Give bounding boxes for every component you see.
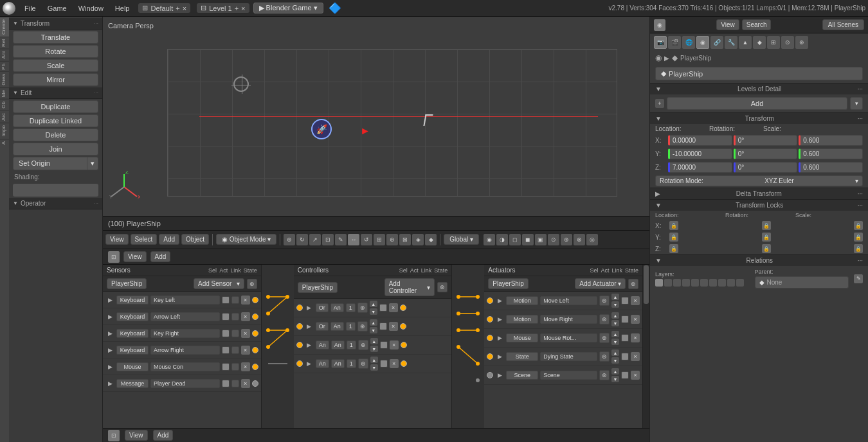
tool-icon-4[interactable]: ⊡ xyxy=(322,234,334,245)
prop-world-icon[interactable]: 🌐 xyxy=(682,36,695,49)
act-x-3[interactable]: × xyxy=(631,352,640,361)
set-origin-button[interactable]: Set Origin xyxy=(13,157,87,170)
layer-btn-9[interactable] xyxy=(736,279,744,287)
ctrl-in-port-2[interactable] xyxy=(296,342,303,348)
lock-scale-x[interactable]: 🔒 xyxy=(854,221,863,230)
controllers-scroll[interactable]: ▶ Or An 1 ⊕ ▲ ▼ × xyxy=(294,299,452,428)
act-icon-1[interactable]: ⊛ xyxy=(599,314,610,324)
sensor-port-0[interactable] xyxy=(252,297,258,303)
logic-editor-icon[interactable]: ⊡ xyxy=(108,251,120,263)
set-origin-dropdown-icon[interactable]: ▾ xyxy=(87,157,98,170)
duplicate-button[interactable]: Duplicate xyxy=(13,100,98,113)
workspace-selector[interactable]: ⊞ Default + × xyxy=(138,3,190,13)
lock-scale-z[interactable]: 🔒 xyxy=(854,244,863,253)
mode-selector[interactable]: ◉ Object Mode ▾ xyxy=(216,234,276,245)
scale-z-field[interactable]: 0.600 xyxy=(799,162,863,173)
select-menu-button[interactable]: Select xyxy=(131,234,158,245)
act-in-port-4[interactable] xyxy=(487,372,493,378)
prop-data-icon[interactable]: ▲ xyxy=(739,36,752,49)
act-check-3[interactable] xyxy=(621,353,629,360)
lod-add-icon[interactable]: + xyxy=(655,99,664,108)
ctrl-up-1[interactable]: ▲ xyxy=(370,319,377,326)
transform-section-options[interactable]: ··· xyxy=(94,21,98,26)
ctrl-down-3[interactable]: ▼ xyxy=(370,364,378,371)
sensor-expand-5[interactable]: ▶ xyxy=(105,380,114,387)
viewport-textured-icon[interactable]: ▣ xyxy=(535,234,547,245)
ctrl-x-0[interactable]: × xyxy=(389,303,398,312)
ctrl-in-port-3[interactable] xyxy=(296,360,303,367)
act-icon-2[interactable]: ⊛ xyxy=(599,333,610,343)
sensors-scroll[interactable]: ▶ Keyboard Key Left × ▶ Keyboard Arrow L… xyxy=(103,292,261,428)
layer-btn-1[interactable] xyxy=(664,279,672,287)
engine-selector[interactable]: ▶ Blender Game ▾ xyxy=(253,3,323,13)
ctrl-out-port-3[interactable] xyxy=(401,360,407,367)
viewport-snap-icon[interactable]: ⊕ xyxy=(561,234,572,245)
object-name-text[interactable]: PlayerShip xyxy=(669,70,857,78)
sensor-check-5[interactable] xyxy=(222,380,230,387)
scale-button[interactable]: Scale xyxy=(13,59,98,72)
act-name-4[interactable]: Scene xyxy=(540,371,597,380)
layer-btn-0[interactable] xyxy=(655,279,663,287)
global-selector[interactable]: Global ▾ xyxy=(444,234,479,245)
sensor-port-3[interactable] xyxy=(252,347,258,353)
rotation-z-field[interactable]: 0° xyxy=(734,162,798,173)
scene-selector[interactable]: ⊟ Level 1 + × xyxy=(197,3,249,13)
layer-btn-2[interactable] xyxy=(673,279,681,287)
ctrl-type1-1[interactable]: Or xyxy=(316,322,329,331)
ctrl-out-port-0[interactable] xyxy=(400,305,406,311)
ctrl-expand-0[interactable]: ▶ xyxy=(305,305,314,311)
ctrl-expand-2[interactable]: ▶ xyxy=(305,342,314,348)
sensor-x-0[interactable]: × xyxy=(241,296,250,305)
sensors-object-selector[interactable]: PlayerShip xyxy=(107,278,147,289)
act-check-4[interactable] xyxy=(621,371,629,379)
sensor-port-4[interactable] xyxy=(252,364,258,370)
tool-icon-7[interactable]: ⊛ xyxy=(386,234,398,245)
add-menu-button[interactable]: Add xyxy=(159,234,179,245)
sensor-check-22[interactable] xyxy=(231,330,239,337)
ctrl-check-2[interactable] xyxy=(380,341,388,349)
shading-control[interactable] xyxy=(13,184,98,197)
status-bar-icon[interactable]: ⊡ xyxy=(108,430,120,441)
ctrl-expand-1[interactable]: ▶ xyxy=(305,323,314,330)
act-expand-0[interactable]: ▶ xyxy=(495,297,504,304)
prop-render-icon[interactable]: 📷 xyxy=(654,36,667,49)
rotation-y-field[interactable]: 0° xyxy=(734,148,798,159)
ctrl-up-0[interactable]: ▲ xyxy=(370,301,377,307)
viewport-wire-icon[interactable]: ◻ xyxy=(509,234,521,245)
location-z-field[interactable]: 7.00000 xyxy=(668,162,732,173)
sensor-expand-0[interactable]: ▶ xyxy=(105,297,114,303)
scale-y-field[interactable]: 0.600 xyxy=(799,148,863,159)
sensor-check-3[interactable] xyxy=(222,346,230,354)
translate-button[interactable]: Translate xyxy=(13,31,98,44)
right-scene-selector[interactable]: All Scenes xyxy=(822,19,864,30)
act-down-4[interactable]: ▼ xyxy=(611,376,619,382)
menu-file[interactable]: File xyxy=(19,3,41,13)
act-check-1[interactable] xyxy=(621,315,629,323)
ctrl-up-3[interactable]: ▲ xyxy=(370,357,378,363)
side-tab-animation[interactable]: Ani xyxy=(0,49,9,61)
logic-view-button[interactable]: View xyxy=(123,251,147,262)
view-menu-button[interactable]: View xyxy=(105,234,129,245)
logic-scrollbar[interactable] xyxy=(643,265,649,428)
ctrl-in-port-1[interactable] xyxy=(296,323,303,330)
act-up-2[interactable]: ▲ xyxy=(611,331,619,337)
act-up-1[interactable]: ▲ xyxy=(611,312,619,319)
act-x-4[interactable]: × xyxy=(631,371,640,380)
sensor-check-32[interactable] xyxy=(231,346,239,354)
levels-options-icon[interactable]: ··· xyxy=(858,85,863,93)
sensor-expand-4[interactable]: ▶ xyxy=(105,364,114,370)
tool-icon-2[interactable]: ↻ xyxy=(296,234,308,245)
viewport-canvas[interactable]: Camera Persp 🚀 ► xyxy=(103,17,649,216)
act-down-0[interactable]: ▼ xyxy=(611,301,619,308)
ctrl-check-3[interactable] xyxy=(380,360,388,367)
right-search-button[interactable]: Search xyxy=(742,19,772,30)
layer-btn-4[interactable] xyxy=(691,279,699,287)
viewport-proportional-icon[interactable]: ⊙ xyxy=(548,234,559,245)
actuators-filter-icon[interactable]: ⊛ xyxy=(628,279,638,289)
menu-help[interactable]: Help xyxy=(110,3,135,13)
act-name-3[interactable]: Dying State xyxy=(540,352,597,361)
ctrl-x-3[interactable]: × xyxy=(390,359,399,368)
ctrl-in-port-0[interactable] xyxy=(296,305,303,311)
properties-icon[interactable]: ◉ xyxy=(654,19,665,31)
locks-options-icon[interactable]: ··· xyxy=(858,202,863,209)
